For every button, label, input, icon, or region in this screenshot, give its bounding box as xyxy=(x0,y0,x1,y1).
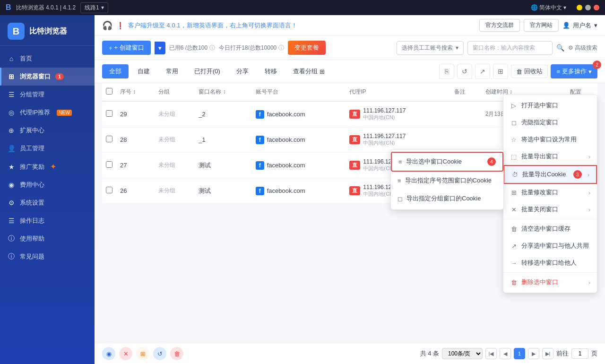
filter-tab-transfer[interactable]: 转移 xyxy=(258,64,284,78)
more-ops-label: 更多操作 xyxy=(562,67,587,76)
select-all-checkbox[interactable] xyxy=(106,88,112,95)
network-selector[interactable]: 线路1 ▾ xyxy=(80,2,108,13)
sidebar-proxy-label: 代理IP推荐 xyxy=(20,108,50,117)
filter-tab-all[interactable]: 全部 xyxy=(102,64,129,78)
sidebar-item-groups[interactable]: ☰ 分组管理 xyxy=(0,86,95,104)
settings-icon: ⚙ xyxy=(8,199,15,207)
menu-batch-close[interactable]: ✕ 批量关闭窗口 › xyxy=(503,201,597,218)
page-goto-input[interactable] xyxy=(571,348,588,359)
first-page-btn[interactable]: |◀ xyxy=(485,348,497,359)
today-info-icon: ⓘ xyxy=(278,44,284,52)
filter-tab-common[interactable]: 常用 xyxy=(159,64,185,78)
filter-tab-created[interactable]: 自建 xyxy=(130,64,157,78)
bottom-action-3[interactable]: ⊞ xyxy=(136,347,149,360)
row-seq-28: 28 xyxy=(116,127,155,153)
sidebar-item-extensions[interactable]: ⊕ 扩展中心 xyxy=(0,121,95,139)
row-group-26: 未分组 xyxy=(158,187,175,194)
bottom-action-2[interactable]: ✕ xyxy=(119,347,132,360)
sidebar-item-home[interactable]: ⌂ 首页 xyxy=(0,50,95,68)
bottom-bar: ◉ ✕ ⊞ ↺ 🗑 共 4 条 100条/页 |◀ ◀ 1 ▶ ▶| 前往 页 xyxy=(95,343,605,364)
usage-info: 已用6 /总数100 ⓘ xyxy=(169,44,215,52)
browser-windows-badge: 1 xyxy=(55,73,64,80)
filter-tab-view-group[interactable]: 查看分组 ⊞ xyxy=(286,64,332,78)
menu-set-common[interactable]: ☆ 将选中窗口设为常用 xyxy=(503,131,597,148)
row-checkbox-29[interactable] xyxy=(106,110,112,117)
today-count-label: 今日打开18/总数10000 xyxy=(219,44,277,52)
sidebar-item-faq[interactable]: ⓘ 常见问题 xyxy=(0,248,95,266)
grid-btn[interactable]: ⊞ xyxy=(493,64,508,79)
advanced-search-btn[interactable]: ⚙ 高级搜索 xyxy=(568,44,597,52)
win-minimize-btn[interactable] xyxy=(577,5,582,10)
cookie-export-selected[interactable]: ≡ 导出选中窗口Cookie 4 xyxy=(391,152,503,172)
star-icon: ☆ xyxy=(510,136,518,143)
language-selector[interactable]: 🌐 简体中文 ▾ xyxy=(531,4,566,12)
official-site-btn[interactable]: 官方网站 xyxy=(524,19,559,32)
prev-page-btn[interactable]: ◀ xyxy=(500,348,511,359)
menu-clear-cache[interactable]: 🗑 清空选中窗口缓存 xyxy=(503,220,597,237)
warning-icon: ❗ xyxy=(116,22,124,29)
bottom-action-4[interactable]: ↺ xyxy=(153,347,166,360)
per-page-select[interactable]: 100条/页 xyxy=(442,348,483,359)
win-maximize-btn[interactable] xyxy=(585,5,591,10)
menu-batch-edit[interactable]: ⊞ 批量修改窗口 › xyxy=(503,184,597,201)
menu-share-windows[interactable]: ↗ 分享选中窗口与他人共用 xyxy=(503,237,597,254)
cookie-export-group[interactable]: ◻ 导出指定分组窗口的Cookie xyxy=(391,190,503,208)
lang-chevron: ▾ xyxy=(563,4,566,11)
more-operations-btn[interactable]: ≡ 更多操作 ▾ 2 xyxy=(551,64,597,78)
sidebar-faq-label: 常见问题 xyxy=(20,252,44,261)
window-name-search[interactable]: 窗口名称：输入内容搜索 xyxy=(467,41,553,55)
next-page-btn[interactable]: ▶ xyxy=(528,348,539,359)
menu-delete-windows[interactable]: 🗑 删除选中窗口 › xyxy=(503,274,597,291)
sidebar-item-promotion[interactable]: ★ 推广奖励 ✦ xyxy=(0,157,95,176)
sidebar-nav: ⌂ 首页 ⊞ 浏览器窗口 1 ☰ 分组管理 ◎ 代理IP推荐 NEW ⊕ 扩展中… xyxy=(0,46,95,364)
create-window-dropdown-btn[interactable]: ▾ xyxy=(155,42,165,54)
row-proxy-29: 直 111.196.127.117 中国内地(CN) xyxy=(349,107,447,121)
sidebar-item-billing[interactable]: ◉ 费用中心 xyxy=(0,176,95,194)
menu-shell-window[interactable]: ◻ 壳隐指定窗口 xyxy=(503,114,597,131)
row-checkbox-26[interactable] xyxy=(106,187,112,193)
share-btn[interactable]: ↗ xyxy=(475,64,490,79)
win-close-btn[interactable] xyxy=(594,5,599,10)
row-name-29: _2 xyxy=(195,101,251,127)
menu-transfer-windows[interactable]: → 转移选中窗口给他人 xyxy=(503,254,597,271)
bottom-action-1[interactable]: ◉ xyxy=(102,347,115,360)
row-seq-29: 29 xyxy=(116,101,155,127)
logo-icon: B xyxy=(8,23,25,40)
recycle-btn[interactable]: 🗑 回收站 xyxy=(511,65,548,78)
cookie-export-icon: ⏱ xyxy=(511,171,519,178)
menu-batch-export-windows[interactable]: ⬚ 批量导出窗口 › xyxy=(503,148,597,165)
username-label: 用户名 xyxy=(573,21,591,30)
search-btn[interactable]: 🔍 xyxy=(556,44,564,52)
copy-btn[interactable]: ⎘ xyxy=(439,64,454,79)
bottom-action-5[interactable]: 🗑 xyxy=(170,347,183,360)
filter-tab-opened[interactable]: 已打开(0) xyxy=(187,64,227,78)
sidebar-item-employees[interactable]: 👤 员工管理 xyxy=(0,139,95,157)
network-chevron: ▾ xyxy=(101,4,104,11)
row-checkbox-28[interactable] xyxy=(106,136,112,142)
stack-icon: ≡ xyxy=(556,68,560,75)
refresh-btn[interactable]: ↺ xyxy=(457,64,472,79)
current-page-btn[interactable]: 1 xyxy=(514,348,525,359)
col-seq: 序号 ↕ xyxy=(116,83,155,101)
notification-bar: 🎧 ❗ 客户端升级至 4.0.1，新增英语界面，右上角可切换界面语言！ 官方交流… xyxy=(95,15,605,36)
sidebar-item-logs[interactable]: ☰ 操作日志 xyxy=(0,212,95,230)
filter-tab-shared[interactable]: 分享 xyxy=(229,64,256,78)
change-plan-btn[interactable]: 变更套餐 xyxy=(288,41,326,55)
sidebar-item-browser-windows[interactable]: ⊞ 浏览器窗口 1 xyxy=(0,68,95,86)
menu-open-windows[interactable]: ▷ 打开选中窗口 xyxy=(503,97,597,114)
menu-batch-export-cookie[interactable]: ⏱ 批量导出Cookie 3 › xyxy=(503,165,597,184)
more-ops-badge: 2 xyxy=(593,61,601,69)
create-window-btn[interactable]: + + 创建窗口 xyxy=(102,41,151,55)
employee-select[interactable]: 选择员工工账号搜索 ▾ xyxy=(397,41,464,55)
filter-icon: ⚙ xyxy=(568,44,573,51)
delete-arrow-icon: › xyxy=(588,279,590,286)
cookie-export-range[interactable]: ≡ 导出指定序号范围窗口的Cookie xyxy=(391,172,503,190)
row-checkbox-27[interactable] xyxy=(106,161,112,168)
row-name-28: _1 xyxy=(195,127,251,153)
open-windows-icon: ▷ xyxy=(510,102,518,109)
official-group-btn[interactable]: 官方交流群 xyxy=(479,19,520,32)
sidebar-item-proxy[interactable]: ◎ 代理IP推荐 NEW xyxy=(0,104,95,121)
last-page-btn[interactable]: ▶| xyxy=(542,348,553,359)
sidebar-item-settings[interactable]: ⚙ 系统设置 xyxy=(0,194,95,212)
sidebar-item-help[interactable]: ⓘ 使用帮助 xyxy=(0,230,95,248)
